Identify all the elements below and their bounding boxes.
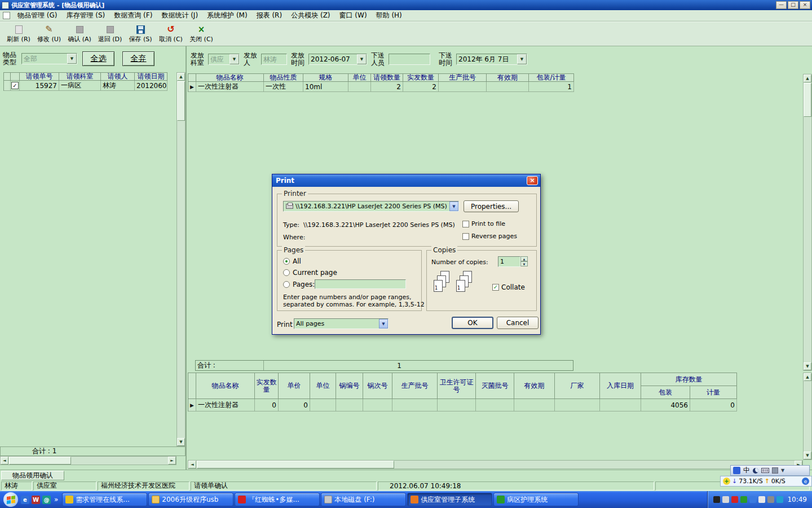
scroll-down-icon[interactable]: ▼ bbox=[177, 438, 185, 446]
row-checkbox[interactable]: ✓ bbox=[11, 82, 19, 89]
printer-combo[interactable]: \\192.168.3.221\HP LaserJet 2200 Series … bbox=[283, 201, 459, 212]
quicklaunch-desktop-icon[interactable]: @ bbox=[42, 496, 51, 504]
dispatch-time-combo[interactable]: 2012-06-07 ▼ bbox=[308, 54, 367, 65]
delivery-time-combo[interactable]: 2012年 6月 7日 ▼ bbox=[456, 54, 527, 65]
pages-all-radio[interactable]: All bbox=[283, 257, 301, 265]
request-vscrollbar[interactable]: ▲ ▼ bbox=[176, 72, 186, 446]
task-red-spider[interactable]: 『红蜘蛛•多媒... bbox=[235, 493, 320, 506]
clock[interactable]: 10:49 bbox=[787, 496, 807, 503]
menu-stock[interactable]: 库存管理 (S) bbox=[61, 10, 109, 21]
return-button[interactable]: 退回 (D) bbox=[95, 23, 125, 45]
delivery-person-field[interactable] bbox=[389, 54, 430, 65]
pages-range-radio[interactable]: Pages: bbox=[283, 281, 315, 288]
input-method-icon[interactable] bbox=[733, 467, 740, 474]
chevron-down-icon[interactable]: ▼ bbox=[357, 54, 367, 64]
tab-goods-confirm[interactable]: 物品领用确认 bbox=[1, 471, 64, 480]
chevron-down-icon[interactable]: ▼ bbox=[781, 468, 784, 473]
shield-icon[interactable] bbox=[740, 496, 747, 503]
close-button[interactable]: × bbox=[800, 1, 810, 9]
scroll-down-icon[interactable]: ▼ bbox=[804, 362, 811, 370]
collate-checkbox[interactable]: ✓ Collate bbox=[492, 283, 525, 291]
item-type-combo[interactable]: 全部 ▼ bbox=[21, 53, 77, 64]
checkbox-icon[interactable]: ✓ bbox=[492, 284, 499, 291]
language-bar[interactable]: 中 ▼ bbox=[730, 465, 810, 476]
scroll-left-icon[interactable]: ◄ bbox=[1, 457, 8, 465]
scroll-thumb[interactable] bbox=[177, 81, 185, 121]
quicklaunch-chevron-icon[interactable]: » bbox=[54, 496, 58, 503]
chevron-down-icon[interactable]: ▼ bbox=[517, 54, 527, 64]
cancel-button[interactable]: ↺ 取消 (C) bbox=[156, 23, 186, 45]
copies-value-field[interactable]: 1 bbox=[498, 256, 520, 267]
chevron-down-icon[interactable]: ▼ bbox=[230, 54, 239, 64]
checkbox-icon[interactable] bbox=[462, 221, 469, 227]
detail-table-row[interactable]: ▶ 一次性注射器 0 0 4056 0 bbox=[188, 399, 737, 411]
copies-spinner[interactable]: 1 ▲ ▼ bbox=[498, 256, 528, 267]
issue-vscrollbar[interactable]: ▲ ▼ bbox=[803, 74, 812, 371]
refresh-button[interactable]: 刷新 (R) bbox=[3, 23, 34, 45]
pages-current-radio[interactable]: Current page bbox=[283, 269, 337, 277]
radio-icon[interactable] bbox=[283, 281, 290, 288]
usb-icon[interactable] bbox=[767, 496, 774, 503]
network-monitor[interactable]: + ↓ 73.1K/S ↑ 0K/S e bbox=[720, 476, 812, 487]
print-range-combo[interactable]: All pages ▼ bbox=[294, 318, 389, 329]
menu-help[interactable]: 帮助 (H) bbox=[372, 10, 407, 21]
dispatch-dept-combo[interactable]: 供应 ▼ bbox=[208, 54, 240, 65]
scroll-thumb[interactable] bbox=[804, 83, 811, 117]
quicklaunch-app-icon[interactable]: W bbox=[32, 496, 40, 504]
chinese-indicator[interactable]: 中 bbox=[743, 466, 750, 475]
scroll-thumb[interactable] bbox=[9, 457, 71, 465]
network-icon[interactable] bbox=[749, 496, 756, 503]
keyboard-icon[interactable] bbox=[761, 468, 769, 473]
start-button[interactable] bbox=[3, 492, 18, 507]
antivirus-icon[interactable] bbox=[731, 496, 738, 503]
menu-window[interactable]: 窗口 (W) bbox=[335, 10, 372, 21]
messenger-icon[interactable] bbox=[776, 496, 783, 503]
fullwidth-icon[interactable] bbox=[753, 468, 758, 474]
chevron-down-icon[interactable]: ▼ bbox=[449, 202, 458, 211]
select-all-button[interactable]: 全选 bbox=[82, 51, 114, 66]
close-window-button[interactable]: × 关闭 (C) bbox=[186, 23, 217, 45]
save-button[interactable]: 保存 (S) bbox=[125, 23, 156, 45]
ok-button[interactable]: OK bbox=[452, 317, 493, 329]
chevron-down-icon[interactable]: ▼ bbox=[67, 54, 77, 64]
confirm-button[interactable]: 确认 (A) bbox=[64, 23, 95, 45]
menu-item-goods[interactable]: 物品管理 (G) bbox=[13, 10, 61, 21]
request-table-row[interactable]: ✓ 15927 一病区 林涛 20120607 bbox=[4, 81, 167, 91]
net-app-icon[interactable]: e bbox=[802, 478, 809, 485]
scroll-left-icon[interactable]: ◄ bbox=[188, 461, 196, 468]
print-dialog-titlebar[interactable]: Print bbox=[272, 174, 540, 187]
printer-tray-icon[interactable] bbox=[722, 496, 729, 503]
pages-range-input[interactable] bbox=[315, 279, 406, 289]
spin-down-icon[interactable]: ▼ bbox=[520, 261, 528, 266]
task-ward-nursing[interactable]: 病区护理系统 bbox=[493, 493, 579, 506]
scroll-down-icon[interactable]: ▼ bbox=[804, 452, 811, 459]
scroll-thumb[interactable] bbox=[197, 461, 394, 468]
radio-icon[interactable] bbox=[283, 269, 290, 276]
radio-icon[interactable] bbox=[283, 258, 290, 265]
menu-stats[interactable]: 数据统计 (J) bbox=[157, 10, 202, 21]
issue-table-row[interactable]: ▶ 一次性注射器 一次性 10ml 2 2 1 bbox=[188, 82, 574, 92]
scroll-up-icon[interactable]: ▲ bbox=[177, 73, 185, 81]
print-dialog-close-button[interactable]: × bbox=[527, 176, 538, 185]
menu-maintain[interactable]: 系统维护 (M) bbox=[202, 10, 252, 21]
task-demand-mgmt[interactable]: 需求管理在线系... bbox=[62, 493, 147, 506]
reverse-pages-checkbox[interactable]: Reverse pages bbox=[462, 233, 517, 240]
deselect-all-button[interactable]: 全弃 bbox=[122, 51, 155, 66]
checkbox-icon[interactable] bbox=[462, 233, 469, 240]
chevron-down-icon[interactable]: ▼ bbox=[379, 319, 388, 329]
input-pad-icon[interactable] bbox=[713, 496, 720, 503]
print-to-file-checkbox[interactable]: Print to file bbox=[462, 220, 505, 227]
request-hscrollbar[interactable]: ◄ ► bbox=[0, 456, 176, 465]
scroll-up-icon[interactable]: ▲ bbox=[804, 75, 811, 82]
menu-report[interactable]: 报表 (R) bbox=[252, 10, 287, 21]
main-hscrollbar[interactable]: ◄ ► bbox=[188, 460, 803, 469]
quicklaunch-ie-icon[interactable]: e bbox=[21, 496, 29, 504]
spin-up-icon[interactable]: ▲ bbox=[520, 256, 528, 261]
task-upgrade-folder[interactable]: 2006升级程序usb bbox=[148, 493, 233, 506]
menu-common[interactable]: 公共模块 (Z) bbox=[286, 10, 334, 21]
modify-button[interactable]: ✎ 修改 (U) bbox=[34, 23, 64, 45]
task-local-disk-f[interactable]: 本地磁盘 (F:) bbox=[321, 493, 406, 506]
task-supply-system[interactable]: 供应室管理子系统 bbox=[407, 493, 492, 506]
detail-vscrollbar[interactable]: ▲ ▼ bbox=[803, 373, 812, 460]
scroll-up-icon[interactable]: ▲ bbox=[804, 373, 811, 381]
